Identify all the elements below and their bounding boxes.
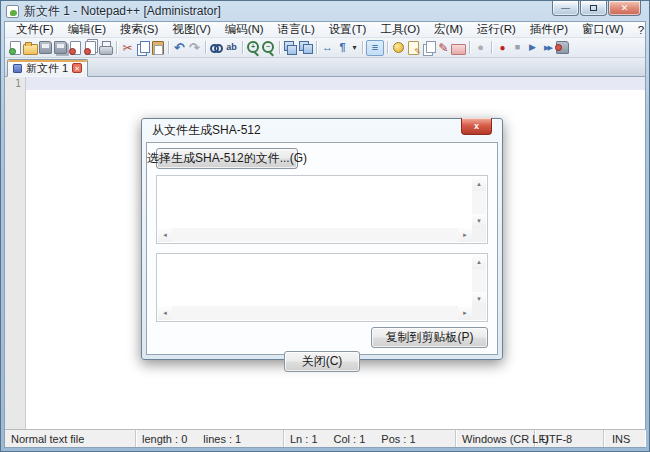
status-bar: Normal text file length : 0 lines : 1 Ln… <box>5 429 645 447</box>
dialog-titlebar[interactable]: 从文件生成SHA-512 x <box>146 119 498 142</box>
horizontal-scrollbar[interactable]: ◄ ► <box>158 228 472 242</box>
scroll-left-icon[interactable]: ◄ <box>158 228 172 242</box>
toolbar-separator <box>469 41 470 54</box>
status-length: length : 0 <box>142 433 187 445</box>
maximize-button[interactable] <box>580 1 607 16</box>
macro-run-multiple-icon[interactable]: ▶▶ <box>540 40 555 56</box>
dialog-close-action-button[interactable]: 关闭(C) <box>284 351 360 372</box>
scroll-up-icon[interactable]: ▲ <box>472 255 486 269</box>
status-eol[interactable]: Windows (CR LF) <box>456 430 535 447</box>
tab-new-file-1[interactable]: 新文件 1 ✕ <box>7 59 88 77</box>
macro-play-icon[interactable]: ▶ <box>525 40 540 56</box>
status-length-lines: length : 0 lines : 1 <box>136 430 284 447</box>
plugin-edit-icon[interactable] <box>406 40 421 56</box>
sha512-dialog: 从文件生成SHA-512 x 选择生成SHA-512的文件...(G) ▲ ▼ … <box>141 118 503 360</box>
menu-window[interactable]: 窗口(W) <box>575 22 631 37</box>
macro-stop-icon[interactable]: ■ <box>510 40 525 56</box>
menu-encoding[interactable]: 编码(N) <box>218 22 271 37</box>
tab-label: 新文件 1 <box>26 61 68 76</box>
toolbar-separator <box>387 41 388 54</box>
menu-language[interactable]: 语言(L) <box>271 22 322 37</box>
scroll-down-icon[interactable]: ▼ <box>472 292 486 306</box>
scroll-right-icon[interactable]: ► <box>458 228 472 242</box>
plugin-folder-icon[interactable] <box>451 40 466 56</box>
scroll-up-icon[interactable]: ▲ <box>472 177 486 191</box>
print-icon[interactable] <box>98 40 113 56</box>
undo-icon[interactable]: ↶ <box>172 40 187 56</box>
status-col: Col : 1 <box>334 433 366 445</box>
line-number-gutter: 1 <box>5 77 26 429</box>
scrollbar-corner <box>472 228 486 242</box>
menu-file[interactable]: 文件(F) <box>9 22 61 37</box>
open-folder-icon[interactable] <box>23 40 38 56</box>
word-wrap-icon[interactable]: ↔ <box>320 40 335 56</box>
dialog-close-button[interactable]: x <box>461 118 492 135</box>
status-insert-mode[interactable]: INS <box>604 430 645 447</box>
scroll-left-icon[interactable]: ◄ <box>158 306 172 320</box>
menu-view[interactable]: 视图(V) <box>165 22 217 37</box>
sync-vertical-icon[interactable] <box>283 40 298 56</box>
maximize-icon <box>590 5 597 11</box>
redo-icon[interactable]: ↷ <box>187 40 202 56</box>
zoom-in-icon[interactable] <box>246 40 261 56</box>
menu-edit[interactable]: 编辑(E) <box>61 22 113 37</box>
menu-macro[interactable]: 宏(M) <box>427 22 470 37</box>
horizontal-scrollbar[interactable]: ◄ ► <box>158 306 472 320</box>
vertical-scrollbar[interactable]: ▲ ▼ <box>472 255 486 306</box>
save-all-icon[interactable] <box>53 40 68 56</box>
menu-run[interactable]: 运行(R) <box>470 22 523 37</box>
window-title: 新文件 1 - Notepad++ [Administrator] <box>24 3 221 20</box>
toolbar-separator <box>279 41 280 54</box>
notepad-app-icon <box>6 5 19 18</box>
macro-save-icon[interactable] <box>555 40 570 56</box>
line-number: 1 <box>5 78 21 89</box>
toolbar-dropdown-icon[interactable]: ▾ <box>350 40 359 56</box>
menu-plugins[interactable]: 插件(P) <box>523 22 575 37</box>
copy-icon[interactable] <box>135 40 150 56</box>
find-icon[interactable] <box>209 40 224 56</box>
hash-files-value[interactable] <box>158 177 472 228</box>
record-unavailable-icon[interactable]: ● <box>473 40 488 56</box>
scrollbar-corner <box>472 306 486 320</box>
macro-record-icon[interactable]: ● <box>495 40 510 56</box>
titlebar[interactable]: 新文件 1 - Notepad++ [Administrator] — ✕ <box>1 1 649 21</box>
hash-result-field[interactable]: ▲ ▼ ◄ ► <box>156 253 488 322</box>
plugin-ball-icon[interactable] <box>391 40 406 56</box>
scroll-down-icon[interactable]: ▼ <box>472 214 486 228</box>
copy-to-clipboard-button[interactable]: 复制到剪贴板(P) <box>371 327 488 348</box>
status-lines: lines : 1 <box>203 433 241 445</box>
close-row: 关闭(C) <box>156 351 488 372</box>
hash-result-value[interactable] <box>158 255 472 306</box>
dialog-client: 选择生成SHA-512的文件...(G) ▲ ▼ ◄ ► ▲ ▼ ◄ ► <box>146 142 498 355</box>
sync-horizontal-icon[interactable] <box>298 40 313 56</box>
tab-close-icon[interactable]: ✕ <box>72 63 82 73</box>
minimize-button[interactable]: — <box>552 1 579 16</box>
cut-icon[interactable]: ✂ <box>120 40 135 56</box>
paste-icon[interactable] <box>150 40 165 56</box>
save-icon[interactable] <box>38 40 53 56</box>
close-file-icon[interactable] <box>68 40 83 56</box>
plugin-pages-icon[interactable] <box>421 40 436 56</box>
status-encoding[interactable]: UTF-8 <box>535 430 604 447</box>
replace-icon[interactable]: ab <box>224 40 239 56</box>
menu-help[interactable]: ? <box>631 24 650 36</box>
scroll-right-icon[interactable]: ► <box>458 306 472 320</box>
close-window-button[interactable]: ✕ <box>608 1 641 16</box>
toolbar-separator <box>116 41 117 54</box>
hash-files-field[interactable]: ▲ ▼ ◄ ► <box>156 175 488 244</box>
vertical-scrollbar[interactable]: ▲ ▼ <box>472 177 486 228</box>
status-pos: Pos : 1 <box>381 433 415 445</box>
window-controls: — ✕ <box>551 1 641 16</box>
new-file-icon[interactable] <box>8 40 23 56</box>
close-all-icon[interactable] <box>83 40 98 56</box>
menu-search[interactable]: 搜索(S) <box>113 22 165 37</box>
current-line-highlight <box>26 77 645 90</box>
zoom-out-icon[interactable] <box>261 40 276 56</box>
function-list-icon[interactable]: ≡ <box>366 40 384 56</box>
show-all-characters-icon[interactable]: ¶ <box>335 40 350 56</box>
select-files-button[interactable]: 选择生成SHA-512的文件...(G) <box>156 148 298 169</box>
plugin-pen-icon[interactable]: ✎ <box>436 40 451 56</box>
menu-settings[interactable]: 设置(T) <box>322 22 374 37</box>
menu-tools[interactable]: 工具(O) <box>373 22 427 37</box>
toolbar-separator <box>168 41 169 54</box>
